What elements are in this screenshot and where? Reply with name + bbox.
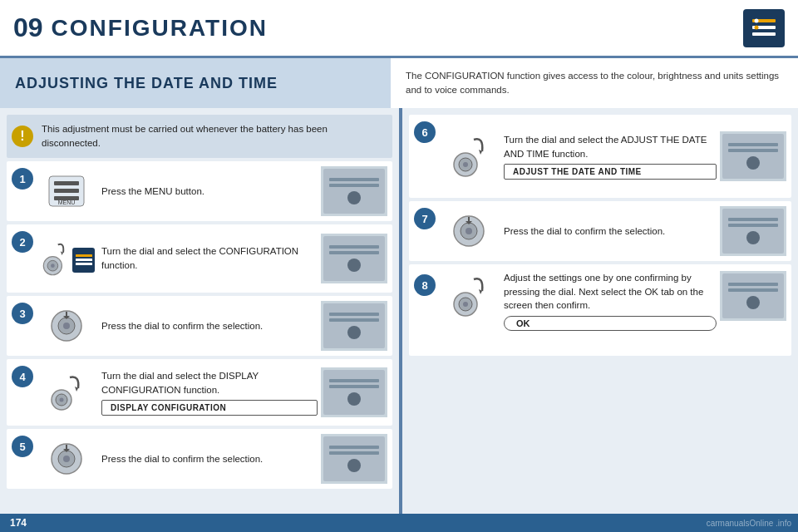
step-4-screen: [321, 367, 387, 417]
step-1-text: Press the MENU button.: [101, 185, 318, 199]
step-3-num: 3: [12, 303, 33, 324]
warning-icon: !: [12, 126, 33, 147]
step-8-image: [441, 271, 497, 321]
screen-line: [329, 178, 379, 181]
section-title: ADJUSTING THE DATE AND TIME: [15, 75, 278, 92]
step-6-num: 6: [414, 121, 436, 143]
step-5-text: Press the dial to confirm the selection.: [101, 452, 318, 466]
chapter-number: 09: [13, 12, 43, 43]
screen-circle: [347, 459, 361, 472]
step-7-image: [441, 206, 497, 256]
page-header: 09 CONFIGURATION: [0, 0, 798, 58]
step-2-screen: [321, 234, 387, 283]
screen-line: [329, 251, 379, 254]
svg-rect-7: [54, 181, 79, 185]
svg-point-34: [463, 162, 468, 167]
svg-point-42: [463, 302, 468, 307]
step-8-row: 8 Adjust the settings one by one confirm…: [409, 264, 791, 356]
step-4-num: 4: [12, 366, 33, 387]
screen-line: [329, 385, 379, 388]
step-5-screen: [321, 434, 387, 484]
page-footer: 174 carmanualsOnline .info: [0, 514, 798, 532]
chapter-title: CONFIGURATION: [52, 15, 743, 42]
svg-point-14: [51, 264, 55, 268]
step-4-text: Turn the dial and select the DISPLAY CON…: [101, 369, 318, 397]
section-title-block: ADJUSTING THE DATE AND TIME: [0, 58, 391, 108]
step-1-num: 1: [12, 168, 33, 190]
screen-mockup-7: [722, 209, 784, 254]
step-3-screen: [321, 301, 387, 351]
screen-line: [728, 288, 778, 292]
step-8-screen: [720, 271, 786, 321]
screen-circle: [746, 296, 760, 309]
screen-circle: [347, 191, 361, 204]
svg-text:MENU: MENU: [58, 200, 76, 205]
step-6-image: [441, 131, 497, 181]
step-5-row: 5 Press the dial to confirm the selectio…: [7, 429, 392, 489]
svg-point-37: [466, 228, 472, 234]
steps-left-column: ! This adjustment must be carried out wh…: [0, 108, 399, 532]
ok-button-label: OK: [504, 316, 717, 331]
screen-mockup-3: [323, 303, 385, 348]
svg-point-26: [60, 398, 64, 402]
screen-line: [329, 379, 379, 382]
step-3-row: 3 Press the dial to confirm the selectio…: [7, 296, 392, 356]
step-7-text: Press the dial to confirm the selection.: [504, 224, 717, 239]
steps-right-column: 6 Turn the dial and select the ADJUST TH…: [399, 108, 798, 532]
screen-line: [329, 318, 379, 322]
step-7-screen: [720, 206, 786, 256]
watermark-text: carmanualsOnline .info: [707, 519, 791, 528]
step-3-image: [38, 301, 95, 351]
step-3-text: Press the dial to confirm the selection.: [101, 319, 318, 333]
screen-line: [728, 149, 778, 152]
screen-circle: [347, 392, 361, 406]
screen-mockup-8: [722, 273, 784, 318]
step-6-row: 6 Turn the dial and select the ADJUST TH…: [409, 115, 791, 198]
svg-point-21: [63, 323, 70, 329]
warning-text: This adjustment must be carried out when…: [42, 122, 387, 150]
main-content: ! This adjustment must be carried out wh…: [0, 108, 798, 532]
screen-line: [329, 313, 379, 316]
svg-point-29: [63, 456, 70, 462]
display-config-label: DISPLAY CONFIGURATION: [101, 400, 318, 416]
step-7-row: 7 Press the dial to confirm the selectio…: [409, 201, 791, 261]
config-icon: [743, 9, 785, 47]
page-number: 174: [10, 517, 27, 529]
screen-circle: [347, 326, 361, 339]
screen-circle: [746, 156, 760, 170]
svg-rect-18: [76, 263, 92, 265]
step-6-screen: [720, 131, 786, 181]
svg-rect-16: [76, 254, 92, 257]
step-1-row: 1 MENU Press the MENU button.: [7, 161, 392, 221]
screen-line: [728, 143, 778, 146]
watermark: carmanualsOnline .info: [466, 514, 798, 532]
adjust-datetime-label: ADJUST THE DATE AND TIME: [504, 164, 717, 180]
step-5-num: 5: [12, 436, 33, 457]
config-badge-icon: [72, 248, 95, 273]
screen-line: [728, 283, 778, 286]
step-8-num: 8: [414, 274, 436, 296]
svg-rect-8: [54, 189, 79, 193]
step-6-text: Turn the dial and select the ADJUST THE …: [504, 133, 717, 160]
screen-line: [728, 218, 778, 221]
step-4-image: [38, 367, 95, 417]
svg-rect-17: [76, 259, 92, 261]
svg-rect-3: [752, 32, 776, 36]
step-2-text: Turn the dial and select the CONFIGURATI…: [101, 244, 318, 272]
screen-line: [728, 224, 778, 227]
screen-circle: [347, 259, 361, 272]
step-2-num: 2: [12, 231, 33, 253]
warning-row: ! This adjustment must be carried out wh…: [7, 115, 392, 158]
svg-point-5: [755, 25, 759, 29]
screen-mockup-1: [323, 169, 385, 214]
step-8-text: Adjust the settings one by one confirmin…: [504, 271, 717, 313]
screen-line: [329, 446, 379, 449]
step-4-row: 4 Turn the dial and select the DISPLAY C…: [7, 359, 392, 426]
step-2-row: 2: [7, 224, 392, 293]
step-1-screen: [321, 166, 387, 216]
screen-mockup-6: [722, 134, 784, 179]
section-description-text: The CONFIGURATION function gives access …: [406, 69, 783, 98]
screen-line: [329, 245, 379, 249]
section-description: The CONFIGURATION function gives access …: [391, 58, 798, 108]
step-5-image: [38, 434, 95, 484]
